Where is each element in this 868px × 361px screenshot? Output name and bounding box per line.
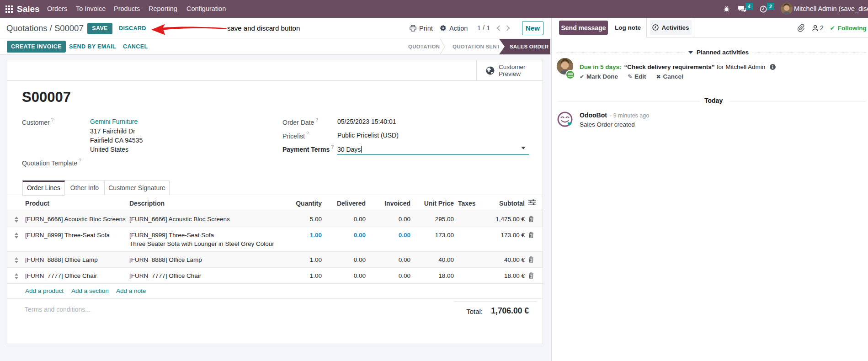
send-message-button[interactable]: Send message bbox=[559, 21, 608, 35]
print-button[interactable]: Print bbox=[410, 18, 433, 38]
mark-done-button[interactable]: ✔ Mark Done bbox=[580, 73, 618, 80]
app-name[interactable]: Sales bbox=[17, 0, 40, 18]
optional-columns-icon[interactable] bbox=[525, 195, 543, 208]
cell-delivered[interactable]: 0.00 bbox=[322, 211, 366, 227]
drag-handle-icon[interactable] bbox=[15, 273, 18, 279]
add-a-section-link[interactable]: Add a section bbox=[71, 284, 109, 298]
tab-customer-signature[interactable]: Customer Signature bbox=[105, 180, 170, 195]
cell-invoiced[interactable]: 0.00 bbox=[366, 227, 410, 243]
payment-terms-dropdown-icon[interactable] bbox=[521, 147, 526, 149]
col-header-invoiced[interactable]: Invoiced bbox=[366, 195, 410, 211]
col-header-product[interactable]: Product bbox=[25, 195, 129, 211]
cell-delivered[interactable]: 0.00 bbox=[322, 268, 366, 283]
cell-unit-price[interactable]: 173.00 bbox=[410, 227, 454, 243]
activities-badge[interactable]: 2 bbox=[767, 3, 774, 10]
order-date-field-value[interactable]: 05/25/2023 15:40:01 bbox=[337, 118, 396, 125]
info-icon[interactable] bbox=[770, 64, 776, 70]
cell-taxes[interactable] bbox=[454, 252, 492, 259]
menu-orders[interactable]: Orders bbox=[47, 0, 67, 18]
send-by-email-button[interactable]: SEND BY EMAIL bbox=[69, 41, 116, 53]
cell-taxes[interactable] bbox=[454, 227, 492, 234]
tab-other-info[interactable]: Other Info bbox=[65, 180, 105, 195]
drag-handle-icon[interactable] bbox=[15, 217, 18, 223]
customer-field-value[interactable]: Gemini Furniture bbox=[90, 118, 138, 125]
collapse-caret-icon[interactable] bbox=[688, 51, 693, 54]
cancel-button[interactable]: CANCEL bbox=[123, 41, 148, 53]
col-header-unit-price[interactable]: Unit Price bbox=[410, 195, 454, 211]
cell-description[interactable]: [FURN_8888] Office Lamp bbox=[129, 252, 263, 267]
menu-products[interactable]: Products bbox=[114, 0, 140, 18]
col-header-subtotal[interactable]: Subtotal bbox=[492, 195, 525, 211]
col-header-delivered[interactable]: Delivered bbox=[322, 195, 366, 211]
cell-description[interactable]: [FURN_7777] Office Chair bbox=[129, 268, 263, 283]
cell-unit-price[interactable]: 18.00 bbox=[410, 268, 454, 283]
step-sales-order[interactable]: SALES ORDER bbox=[499, 39, 550, 54]
menu-reporting[interactable]: Reporting bbox=[149, 0, 177, 18]
pager-previous-icon[interactable] bbox=[496, 25, 501, 31]
add-a-product-link[interactable]: Add a product bbox=[25, 284, 64, 298]
followers-button[interactable]: 2 bbox=[812, 24, 824, 32]
user-name[interactable]: Mitchell Admin (save_discard bbox=[794, 0, 868, 18]
apps-grid-icon[interactable] bbox=[5, 5, 13, 13]
order-line-row[interactable]: [FURN_6666] Acoustic Bloc Screens [FURN_… bbox=[7, 211, 543, 227]
user-avatar[interactable] bbox=[781, 3, 793, 15]
col-header-description[interactable]: Description bbox=[129, 195, 263, 211]
step-quotation[interactable]: QUOTATION bbox=[408, 38, 440, 55]
edit-activity-button[interactable]: ✎ Edit bbox=[628, 73, 646, 80]
pricelist-field-value[interactable]: Public Pricelist (USD) bbox=[337, 132, 399, 139]
cell-quantity[interactable]: 5.00 bbox=[263, 211, 322, 227]
cell-quantity[interactable]: 1.00 bbox=[263, 227, 322, 243]
cell-quantity[interactable]: 1.00 bbox=[263, 268, 322, 283]
cell-description[interactable]: [FURN_6666] Acoustic Bloc Screens bbox=[129, 211, 263, 227]
cell-invoiced[interactable]: 0.00 bbox=[366, 252, 410, 267]
save-button[interactable]: SAVE bbox=[87, 23, 112, 34]
cell-product[interactable]: [FURN_7777] Office Chair bbox=[25, 268, 129, 283]
schedule-activity-button[interactable]: Activities bbox=[646, 18, 694, 37]
cell-product[interactable]: [FURN_6666] Acoustic Bloc Screens bbox=[25, 211, 129, 227]
planned-activities-label[interactable]: Planned activities bbox=[697, 49, 749, 56]
cell-quantity[interactable]: 1.00 bbox=[263, 252, 322, 267]
delete-row-icon[interactable] bbox=[525, 252, 543, 266]
cell-description[interactable]: [FURN_8999] Three-Seat SofaThree Seater … bbox=[129, 227, 263, 251]
step-quotation-sent[interactable]: QUOTATION SENT bbox=[453, 38, 500, 55]
menu-configuration[interactable]: Configuration bbox=[186, 0, 226, 18]
cell-invoiced[interactable]: 0.00 bbox=[366, 268, 410, 283]
delete-row-icon[interactable] bbox=[525, 268, 543, 282]
terms-and-conditions-input[interactable]: Terms and conditions... bbox=[25, 306, 91, 313]
col-header-quantity[interactable]: Quantity bbox=[263, 195, 322, 211]
new-button[interactable]: New bbox=[522, 21, 543, 35]
cell-unit-price[interactable]: 295.00 bbox=[410, 211, 454, 227]
cell-delivered[interactable]: 0.00 bbox=[322, 227, 366, 243]
log-note-button[interactable]: Log note bbox=[615, 21, 641, 35]
cell-delivered[interactable]: 0.00 bbox=[322, 252, 366, 267]
discard-button[interactable]: DISCARD bbox=[119, 23, 146, 34]
cell-taxes[interactable] bbox=[454, 268, 492, 275]
order-line-row[interactable]: [FURN_8888] Office Lamp [FURN_8888] Offi… bbox=[7, 252, 543, 268]
tab-order-lines[interactable]: Order Lines bbox=[22, 180, 65, 196]
pager-next-icon[interactable] bbox=[506, 25, 510, 31]
cell-taxes[interactable] bbox=[454, 211, 492, 218]
drag-handle-icon[interactable] bbox=[15, 233, 18, 239]
menu-to-invoice[interactable]: To Invoice bbox=[76, 0, 106, 18]
cell-product[interactable]: [FURN_8999] Three-Seat Sofa bbox=[25, 227, 129, 243]
add-a-note-link[interactable]: Add a note bbox=[116, 284, 146, 298]
following-button[interactable]: ✔ Following bbox=[830, 25, 867, 32]
create-invoice-button[interactable]: CREATE INVOICE bbox=[7, 41, 66, 53]
cancel-activity-button[interactable]: ✖ Cancel bbox=[656, 73, 683, 80]
cell-product[interactable]: [FURN_8888] Office Lamp bbox=[25, 252, 129, 267]
message-author[interactable]: OdooBot bbox=[580, 111, 607, 119]
customer-preview-button[interactable]: Customer Preview bbox=[476, 60, 543, 80]
col-header-taxes[interactable]: Taxes bbox=[454, 195, 492, 211]
breadcrumb-quotations[interactable]: Quotations bbox=[6, 23, 47, 33]
activities-clock-icon[interactable] bbox=[760, 0, 767, 18]
order-line-row[interactable]: [FURN_8999] Three-Seat Sofa [FURN_8999] … bbox=[7, 227, 543, 252]
cell-invoiced[interactable]: 0.00 bbox=[366, 211, 410, 227]
action-button[interactable]: Action bbox=[440, 18, 468, 38]
messages-badge[interactable]: 4 bbox=[746, 3, 753, 10]
delete-row-icon[interactable] bbox=[525, 227, 543, 241]
debug-bug-icon[interactable] bbox=[723, 0, 730, 18]
order-line-row[interactable]: [FURN_7777] Office Chair [FURN_7777] Off… bbox=[7, 268, 543, 284]
cell-unit-price[interactable]: 40.00 bbox=[410, 252, 454, 267]
drag-handle-icon[interactable] bbox=[15, 257, 18, 263]
attachments-icon[interactable] bbox=[797, 24, 804, 32]
